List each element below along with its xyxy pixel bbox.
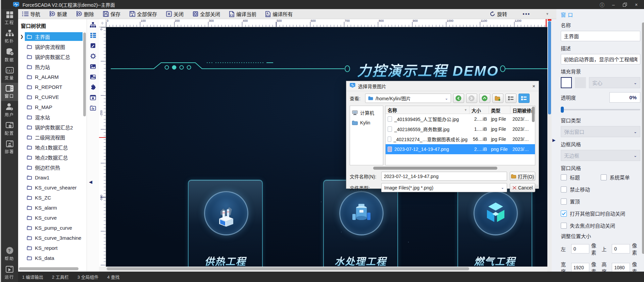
sidebar-item-run[interactable]: 运行	[1, 264, 18, 282]
canvas-horizontal-scrollbar[interactable]	[106, 267, 547, 271]
opacity-value[interactable]: 0%	[609, 92, 640, 103]
dialog-resize-grip[interactable]	[535, 184, 538, 188]
tree-item[interactable]: ❯ KS_curve	[18, 213, 87, 223]
sidebar-item-config[interactable]: 配置	[1, 120, 18, 138]
card-water-project[interactable]: 水处理工程	[323, 180, 398, 267]
save-all-button[interactable]: A 全部保存	[130, 10, 157, 17]
tree-item[interactable]: ❯ 锅炉房数据汇总	[18, 52, 87, 62]
card-heating-project[interactable]: 供热工程	[188, 180, 263, 267]
expander-icon[interactable]: ❯	[20, 34, 25, 39]
file-name-input[interactable]	[381, 172, 507, 181]
checkbox-box[interactable]	[561, 211, 567, 217]
tree-item[interactable]: ❯ R_REPORT	[18, 82, 87, 92]
tree-item[interactable]: ❯ 地点2数据汇总	[18, 152, 87, 162]
toolbar-overflow-icon[interactable]: ▼	[546, 12, 549, 16]
list-view-button[interactable]	[505, 94, 516, 103]
fill-style-dropdown[interactable]: 实心 ⌄	[589, 77, 640, 88]
canvas-vertical-scrollbar[interactable]	[547, 19, 552, 272]
back-button[interactable]	[453, 94, 464, 103]
description-input[interactable]	[561, 54, 640, 64]
info-icon[interactable]: ⓘ	[598, 1, 606, 8]
place-kylin[interactable]: Kylin	[350, 118, 383, 127]
minimize-button[interactable]: –	[609, 1, 618, 8]
status-tab[interactable]: 4 查找	[107, 274, 120, 280]
edit-tool-icon[interactable]	[89, 42, 97, 49]
tree-item[interactable]: ❯ Draw1	[18, 172, 87, 182]
tree-item[interactable]: ❯ KS_ZC	[18, 192, 87, 203]
status-tab[interactable]: 3 全局组件	[78, 274, 99, 280]
dialog-titlebar[interactable]: 选择背景图片 ×	[346, 81, 539, 91]
style-checkbox[interactable]: 系统菜单	[601, 174, 641, 181]
sidebar-item-data[interactable]: 数据	[1, 46, 18, 65]
restore-button[interactable]	[621, 1, 629, 8]
tree-vertical-scrollbar[interactable]	[83, 33, 86, 116]
new-folder-button[interactable]	[492, 94, 503, 103]
topology-tool-icon[interactable]	[89, 21, 97, 29]
border-style-dropdown[interactable]: 无边框 ⌄	[561, 150, 640, 161]
style-checkbox[interactable]: 标题	[561, 174, 601, 181]
tree-item[interactable]: ❯ KS_data	[18, 253, 87, 263]
favorite-window-tool-icon[interactable]	[89, 94, 97, 101]
style-checkbox[interactable]: 打开其他窗口时自动关闭	[561, 210, 640, 217]
opacity-slider[interactable]	[561, 106, 640, 113]
slider-handle[interactable]	[561, 107, 564, 113]
open-button[interactable]: 打开(O)	[510, 172, 535, 181]
sidebar-item-variable[interactable]: (x) 变量	[1, 65, 18, 83]
checkbox-box[interactable]	[601, 174, 607, 180]
more-menu-button[interactable]: •••	[523, 11, 530, 17]
width-input[interactable]	[571, 263, 589, 272]
status-tab[interactable]: 1 编译输出	[22, 274, 43, 280]
delete-button[interactable]: 删除	[76, 10, 94, 17]
file-type-combobox[interactable]: Image Files(*.jpg *.png) ⌄	[381, 183, 507, 192]
tree-item[interactable]: ❯ KS_report	[18, 243, 87, 253]
dialog-close-button[interactable]: ×	[532, 83, 535, 89]
fill-color-swatch[interactable]	[561, 77, 572, 88]
top-input[interactable]	[612, 244, 630, 253]
image-tool-icon[interactable]	[89, 63, 97, 70]
checkbox-box[interactable]	[561, 174, 567, 180]
close-all-button[interactable]: 全部关闭	[193, 10, 220, 17]
rotate-button[interactable]: 旋转	[490, 10, 507, 17]
left-input[interactable]	[571, 244, 589, 253]
sidebar-item-window[interactable]: 窗口	[1, 83, 18, 101]
tree-item[interactable]: ❯ R_ALARM	[18, 72, 87, 82]
settings-tool-icon[interactable]	[89, 52, 97, 60]
tree-item[interactable]: ❯ 锅炉房数据汇总2	[18, 122, 87, 132]
file-table-horizontal-scrollbar[interactable]	[350, 167, 535, 170]
close-window-button[interactable]: 关闭	[166, 10, 184, 17]
status-tab[interactable]: 2 工具栏	[52, 274, 69, 280]
script-window-tool-icon[interactable]: fx	[89, 104, 97, 112]
tree-horizontal-scrollbar[interactable]	[18, 267, 87, 271]
style-checkbox[interactable]: 禁止移动	[561, 186, 601, 193]
close-button[interactable]: ×	[632, 1, 641, 8]
file-table-vertical-scrollbar[interactable]	[532, 107, 535, 122]
tree-item[interactable]: ❯ 侧边栏供热	[18, 162, 87, 172]
tree-item[interactable]: ❯ 地点1数据汇总	[18, 142, 87, 152]
checkbox-box[interactable]	[561, 223, 567, 229]
style-checkbox[interactable]: 失去焦点时自动关闭	[561, 222, 640, 229]
sidebar-item-deploy[interactable]: 部署	[1, 138, 18, 157]
tree-item[interactable]: ❯ 混水站	[18, 112, 87, 122]
forward-button[interactable]	[466, 94, 477, 103]
new-button[interactable]: 新建	[49, 10, 67, 17]
checkbox-box[interactable]	[561, 186, 567, 192]
height-input[interactable]	[612, 263, 630, 272]
image-format-tool-icon[interactable]	[89, 73, 97, 80]
style-checkbox[interactable]: 置顶	[561, 198, 640, 205]
checkbox-box[interactable]	[561, 199, 567, 205]
column-header-date[interactable]: 日期被修改	[510, 106, 535, 114]
tree-collapse-handle[interactable]: ◀	[89, 179, 92, 184]
sidebar-item-project[interactable]: 工程	[1, 9, 18, 27]
path-combobox[interactable]: /home/Kylin/图片 ⌄	[365, 94, 451, 103]
column-header-type[interactable]: 类型	[489, 106, 510, 114]
tree-item[interactable]: ❯ KS_alarm	[18, 203, 87, 213]
compile-current-button[interactable]: 编译当前	[229, 10, 256, 17]
save-button[interactable]: 保存	[103, 10, 120, 17]
plugin-tool-icon[interactable]	[89, 83, 97, 91]
card-gas-project[interactable]: 燃气工程	[457, 180, 532, 267]
tree-item[interactable]: ❯ 主界面	[18, 32, 87, 42]
name-input[interactable]	[561, 31, 640, 41]
file-row[interactable]: _401939495_人工智能办公.jpg 2.…iB jpg File 202…	[386, 114, 535, 124]
column-header-size[interactable]: 大小	[469, 106, 489, 114]
file-row[interactable]: 2023-07-12_14-19-47.png 2.…iB png File 2…	[386, 144, 535, 154]
